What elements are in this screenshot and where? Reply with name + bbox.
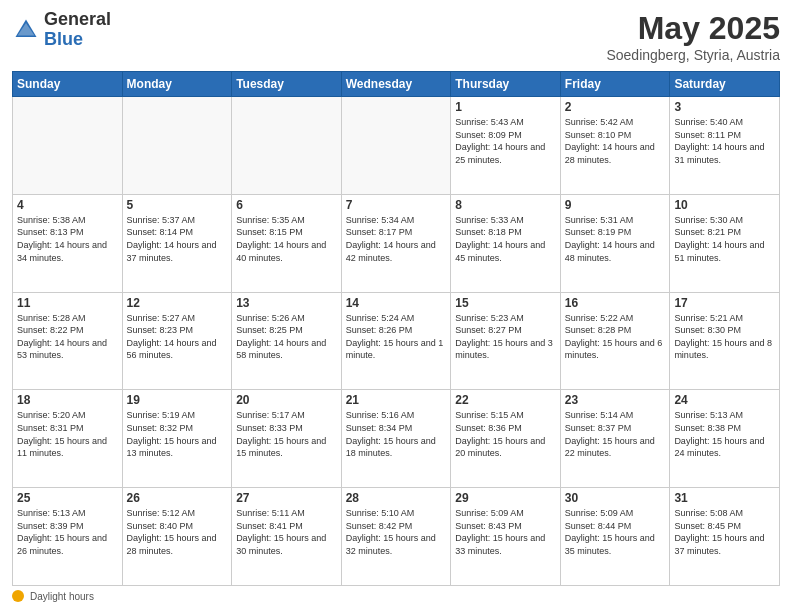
day-info: Sunrise: 5:13 AM Sunset: 8:38 PM Dayligh… (674, 409, 775, 459)
calendar-cell: 10Sunrise: 5:30 AM Sunset: 8:21 PM Dayli… (670, 194, 780, 292)
calendar-week-row: 1Sunrise: 5:43 AM Sunset: 8:09 PM Daylig… (13, 97, 780, 195)
day-info: Sunrise: 5:23 AM Sunset: 8:27 PM Dayligh… (455, 312, 556, 362)
calendar-cell: 8Sunrise: 5:33 AM Sunset: 8:18 PM Daylig… (451, 194, 561, 292)
calendar-cell: 18Sunrise: 5:20 AM Sunset: 8:31 PM Dayli… (13, 390, 123, 488)
day-number: 26 (127, 491, 228, 505)
logo-text: General Blue (44, 10, 111, 50)
day-info: Sunrise: 5:37 AM Sunset: 8:14 PM Dayligh… (127, 214, 228, 264)
subtitle: Soedingberg, Styria, Austria (606, 47, 780, 63)
day-number: 28 (346, 491, 447, 505)
day-info: Sunrise: 5:34 AM Sunset: 8:17 PM Dayligh… (346, 214, 447, 264)
day-number: 16 (565, 296, 666, 310)
weekday-header: Tuesday (232, 72, 342, 97)
day-number: 30 (565, 491, 666, 505)
day-number: 11 (17, 296, 118, 310)
day-number: 18 (17, 393, 118, 407)
calendar-week-row: 25Sunrise: 5:13 AM Sunset: 8:39 PM Dayli… (13, 488, 780, 586)
weekday-header: Saturday (670, 72, 780, 97)
day-info: Sunrise: 5:14 AM Sunset: 8:37 PM Dayligh… (565, 409, 666, 459)
day-number: 14 (346, 296, 447, 310)
day-number: 4 (17, 198, 118, 212)
calendar-cell: 12Sunrise: 5:27 AM Sunset: 8:23 PM Dayli… (122, 292, 232, 390)
logo-blue-text: Blue (44, 30, 111, 50)
day-info: Sunrise: 5:20 AM Sunset: 8:31 PM Dayligh… (17, 409, 118, 459)
day-info: Sunrise: 5:33 AM Sunset: 8:18 PM Dayligh… (455, 214, 556, 264)
header: General Blue May 2025 Soedingberg, Styri… (12, 10, 780, 63)
calendar-cell (122, 97, 232, 195)
day-info: Sunrise: 5:27 AM Sunset: 8:23 PM Dayligh… (127, 312, 228, 362)
calendar-cell: 30Sunrise: 5:09 AM Sunset: 8:44 PM Dayli… (560, 488, 670, 586)
weekday-header-row: SundayMondayTuesdayWednesdayThursdayFrid… (13, 72, 780, 97)
day-info: Sunrise: 5:42 AM Sunset: 8:10 PM Dayligh… (565, 116, 666, 166)
daylight-label: Daylight hours (30, 591, 94, 602)
day-info: Sunrise: 5:30 AM Sunset: 8:21 PM Dayligh… (674, 214, 775, 264)
day-number: 15 (455, 296, 556, 310)
day-number: 29 (455, 491, 556, 505)
weekday-header: Sunday (13, 72, 123, 97)
day-number: 9 (565, 198, 666, 212)
calendar-cell (13, 97, 123, 195)
calendar-cell: 11Sunrise: 5:28 AM Sunset: 8:22 PM Dayli… (13, 292, 123, 390)
day-info: Sunrise: 5:38 AM Sunset: 8:13 PM Dayligh… (17, 214, 118, 264)
calendar-cell: 7Sunrise: 5:34 AM Sunset: 8:17 PM Daylig… (341, 194, 451, 292)
day-info: Sunrise: 5:26 AM Sunset: 8:25 PM Dayligh… (236, 312, 337, 362)
day-number: 22 (455, 393, 556, 407)
day-info: Sunrise: 5:11 AM Sunset: 8:41 PM Dayligh… (236, 507, 337, 557)
calendar-week-row: 4Sunrise: 5:38 AM Sunset: 8:13 PM Daylig… (13, 194, 780, 292)
day-number: 7 (346, 198, 447, 212)
calendar-cell: 25Sunrise: 5:13 AM Sunset: 8:39 PM Dayli… (13, 488, 123, 586)
calendar-cell: 21Sunrise: 5:16 AM Sunset: 8:34 PM Dayli… (341, 390, 451, 488)
logo: General Blue (12, 10, 111, 50)
day-number: 23 (565, 393, 666, 407)
calendar-cell: 28Sunrise: 5:10 AM Sunset: 8:42 PM Dayli… (341, 488, 451, 586)
day-number: 5 (127, 198, 228, 212)
calendar-cell: 14Sunrise: 5:24 AM Sunset: 8:26 PM Dayli… (341, 292, 451, 390)
calendar-cell: 1Sunrise: 5:43 AM Sunset: 8:09 PM Daylig… (451, 97, 561, 195)
day-number: 1 (455, 100, 556, 114)
calendar-cell: 3Sunrise: 5:40 AM Sunset: 8:11 PM Daylig… (670, 97, 780, 195)
day-number: 8 (455, 198, 556, 212)
day-number: 10 (674, 198, 775, 212)
weekday-header: Monday (122, 72, 232, 97)
calendar-cell (232, 97, 342, 195)
title-block: May 2025 Soedingberg, Styria, Austria (606, 10, 780, 63)
day-info: Sunrise: 5:17 AM Sunset: 8:33 PM Dayligh… (236, 409, 337, 459)
calendar-cell: 15Sunrise: 5:23 AM Sunset: 8:27 PM Dayli… (451, 292, 561, 390)
weekday-header: Thursday (451, 72, 561, 97)
day-info: Sunrise: 5:15 AM Sunset: 8:36 PM Dayligh… (455, 409, 556, 459)
day-number: 13 (236, 296, 337, 310)
day-number: 24 (674, 393, 775, 407)
weekday-header: Friday (560, 72, 670, 97)
calendar-cell: 9Sunrise: 5:31 AM Sunset: 8:19 PM Daylig… (560, 194, 670, 292)
day-number: 31 (674, 491, 775, 505)
day-number: 3 (674, 100, 775, 114)
day-info: Sunrise: 5:40 AM Sunset: 8:11 PM Dayligh… (674, 116, 775, 166)
calendar-cell: 13Sunrise: 5:26 AM Sunset: 8:25 PM Dayli… (232, 292, 342, 390)
day-info: Sunrise: 5:08 AM Sunset: 8:45 PM Dayligh… (674, 507, 775, 557)
day-info: Sunrise: 5:09 AM Sunset: 8:43 PM Dayligh… (455, 507, 556, 557)
day-number: 6 (236, 198, 337, 212)
day-info: Sunrise: 5:10 AM Sunset: 8:42 PM Dayligh… (346, 507, 447, 557)
calendar-table: SundayMondayTuesdayWednesdayThursdayFrid… (12, 71, 780, 586)
day-info: Sunrise: 5:43 AM Sunset: 8:09 PM Dayligh… (455, 116, 556, 166)
day-info: Sunrise: 5:13 AM Sunset: 8:39 PM Dayligh… (17, 507, 118, 557)
day-number: 21 (346, 393, 447, 407)
calendar-cell: 17Sunrise: 5:21 AM Sunset: 8:30 PM Dayli… (670, 292, 780, 390)
calendar-cell: 24Sunrise: 5:13 AM Sunset: 8:38 PM Dayli… (670, 390, 780, 488)
calendar-cell: 27Sunrise: 5:11 AM Sunset: 8:41 PM Dayli… (232, 488, 342, 586)
day-info: Sunrise: 5:21 AM Sunset: 8:30 PM Dayligh… (674, 312, 775, 362)
main-title: May 2025 (606, 10, 780, 47)
calendar-cell: 31Sunrise: 5:08 AM Sunset: 8:45 PM Dayli… (670, 488, 780, 586)
day-info: Sunrise: 5:22 AM Sunset: 8:28 PM Dayligh… (565, 312, 666, 362)
logo-general-text: General (44, 10, 111, 30)
calendar-cell: 6Sunrise: 5:35 AM Sunset: 8:15 PM Daylig… (232, 194, 342, 292)
sun-icon (12, 590, 24, 602)
calendar-cell: 4Sunrise: 5:38 AM Sunset: 8:13 PM Daylig… (13, 194, 123, 292)
weekday-header: Wednesday (341, 72, 451, 97)
calendar-week-row: 11Sunrise: 5:28 AM Sunset: 8:22 PM Dayli… (13, 292, 780, 390)
day-number: 20 (236, 393, 337, 407)
calendar-cell: 29Sunrise: 5:09 AM Sunset: 8:43 PM Dayli… (451, 488, 561, 586)
calendar-cell: 20Sunrise: 5:17 AM Sunset: 8:33 PM Dayli… (232, 390, 342, 488)
calendar-cell: 22Sunrise: 5:15 AM Sunset: 8:36 PM Dayli… (451, 390, 561, 488)
day-number: 27 (236, 491, 337, 505)
